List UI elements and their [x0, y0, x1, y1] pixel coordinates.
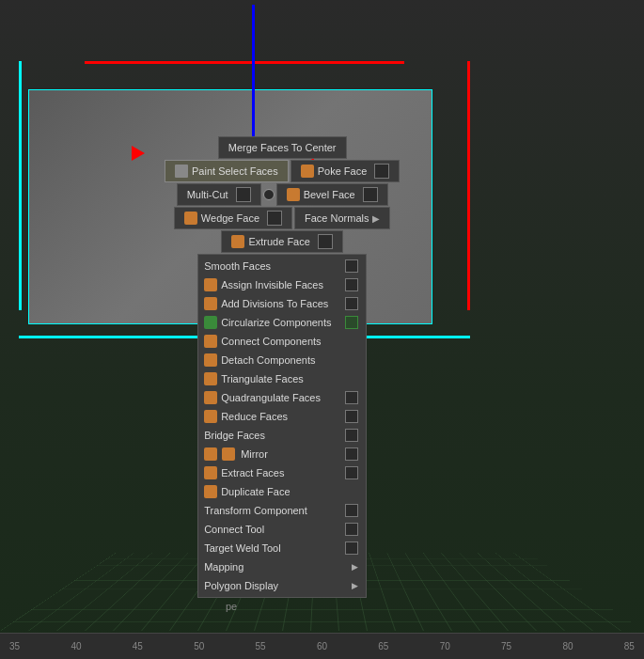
circularize-checkbox[interactable]	[345, 316, 358, 329]
mirror-item[interactable]: Mirror	[198, 445, 366, 463]
target-weld-tool-label: Target Weld Tool	[204, 542, 281, 554]
add-divisions-item[interactable]: Add Divisions To Faces	[198, 294, 366, 313]
y-axis	[252, 5, 255, 150]
quadrangulate-faces-item[interactable]: Quadrangulate Faces	[198, 388, 366, 407]
ruler-tick-75: 75	[501, 641, 511, 651]
reduce-faces-icon	[204, 410, 217, 423]
mapping-submenu-arrow: ▶	[352, 562, 358, 572]
poke-face-button[interactable]: Poke Face	[291, 160, 401, 182]
mirror-icon	[204, 447, 217, 461]
mirror-checkbox[interactable]	[345, 447, 358, 461]
paint-select-faces-button[interactable]: Paint Select Faces	[165, 160, 289, 182]
face-normals-button[interactable]: Face Normals ▶	[294, 207, 390, 229]
triangulate-icon	[204, 372, 217, 385]
circle-indicator	[263, 189, 275, 200]
reduce-faces-item[interactable]: Reduce Faces	[198, 407, 366, 426]
multi-cut-option-box[interactable]	[236, 187, 251, 202]
poke-icon	[301, 165, 314, 178]
circularize-label: Circularize Components	[221, 317, 331, 328]
merge-faces-row: Merge Faces To Center	[218, 136, 347, 159]
box-edge-top	[85, 61, 404, 64]
mapping-item[interactable]: Mapping ▶	[198, 557, 366, 576]
extrude-face-option-box[interactable]	[318, 234, 333, 249]
face-normals-submenu-arrow: ▶	[372, 213, 380, 224]
connect-components-item[interactable]: Connect Components	[198, 332, 366, 351]
paint-icon	[175, 165, 188, 178]
extract-faces-checkbox[interactable]	[345, 466, 358, 479]
add-divisions-checkbox[interactable]	[345, 297, 358, 310]
connect-tool-checkbox[interactable]	[345, 523, 358, 536]
wedge-normals-row: Wedge Face Face Normals ▶	[174, 207, 391, 229]
detach-components-label: Detach Components	[221, 354, 315, 366]
reduce-faces-label: Reduce Faces	[221, 411, 288, 422]
duplicate-face-item[interactable]: Duplicate Face	[198, 482, 366, 501]
connect-components-label: Connect Components	[221, 336, 321, 347]
connect-tool-item[interactable]: Connect Tool	[198, 520, 366, 539]
smooth-faces-label: Smooth Faces	[204, 260, 271, 272]
target-weld-tool-checkbox[interactable]	[345, 541, 358, 555]
context-menu: Merge Faces To Center Paint Select Faces…	[165, 136, 400, 598]
assign-invisible-faces-item[interactable]: Assign Invisible Faces	[198, 275, 366, 294]
merge-faces-button[interactable]: Merge Faces To Center	[218, 136, 347, 159]
detach-components-icon	[204, 353, 217, 367]
duplicate-face-icon	[204, 485, 217, 498]
bridge-faces-label: Bridge Faces	[204, 430, 265, 441]
ruler-tick-80: 80	[562, 641, 573, 651]
extract-faces-icon	[204, 466, 217, 479]
3d-viewport[interactable]: pe Merge Faces To Center Paint Select Fa…	[0, 0, 644, 659]
target-weld-tool-item[interactable]: Target Weld Tool	[198, 539, 366, 557]
polygon-display-item[interactable]: Polygon Display ▶	[198, 576, 366, 595]
smooth-faces-item[interactable]: Smooth Faces	[198, 257, 366, 275]
ruler-tick-40: 40	[71, 641, 81, 651]
bridge-faces-item[interactable]: Bridge Faces	[198, 426, 366, 445]
extrude-icon	[231, 235, 244, 248]
assign-invisible-label: Assign Invisible Faces	[221, 279, 323, 290]
wedge-face-option-box[interactable]	[267, 211, 282, 226]
extrude-row: Extrude Face	[221, 230, 342, 253]
polygon-display-label: Polygon Display	[204, 580, 278, 591]
extrude-face-button[interactable]: Extrude Face	[221, 230, 342, 253]
timeline-ruler: 35 40 45 50 55 60 65 70 75 80 85	[0, 633, 644, 659]
multi-cut-button[interactable]: Multi-Cut	[177, 183, 261, 206]
extract-faces-item[interactable]: Extract Faces	[198, 463, 366, 482]
ruler-tick-55: 55	[256, 641, 266, 651]
quadrangulate-checkbox[interactable]	[345, 391, 358, 404]
reduce-faces-checkbox[interactable]	[345, 410, 358, 423]
bevel-face-option-box[interactable]	[363, 187, 378, 202]
bevel-face-button[interactable]: Bevel Face	[276, 183, 388, 206]
triangulate-faces-item[interactable]: Triangulate Faces	[198, 369, 366, 388]
ruler-tick-50: 50	[194, 641, 204, 651]
ruler-tick-65: 65	[378, 641, 388, 651]
assign-invisible-checkbox[interactable]	[345, 278, 358, 291]
ruler-tick-35: 35	[9, 641, 20, 651]
quadrangulate-label: Quadrangulate Faces	[221, 392, 321, 403]
bevel-icon	[287, 188, 300, 201]
ruler-tick-85: 85	[624, 641, 635, 651]
bridge-faces-checkbox[interactable]	[345, 429, 358, 442]
detach-components-item[interactable]: Detach Components	[198, 351, 366, 369]
box-edge-left	[19, 61, 22, 310]
mirror-icon2	[222, 447, 235, 461]
quadrangulate-icon	[204, 391, 217, 404]
smooth-faces-checkbox[interactable]	[345, 259, 358, 273]
ruler-tick-60: 60	[317, 641, 327, 651]
multicut-bevel-row: Multi-Cut Bevel Face	[177, 183, 388, 206]
add-divisions-label: Add Divisions To Faces	[221, 298, 328, 309]
add-divisions-icon	[204, 297, 217, 310]
pe-indicator: pe	[226, 601, 237, 612]
wedge-icon	[184, 212, 197, 225]
duplicate-face-label: Duplicate Face	[221, 486, 290, 497]
ruler-tick-labels: 35 40 45 50 55 60 65 70 75 80 85	[9, 641, 635, 651]
transform-component-item[interactable]: Transform Component	[198, 501, 366, 520]
box-edge-right	[467, 61, 470, 310]
paint-poke-row: Paint Select Faces Poke Face	[165, 160, 400, 182]
ruler-tick-70: 70	[440, 641, 450, 651]
mapping-label: Mapping	[204, 561, 243, 573]
assign-invisible-icon	[204, 278, 217, 291]
dropdown-menu-panel: Smooth Faces Assign Invisible Faces	[197, 254, 367, 598]
wedge-face-button[interactable]: Wedge Face	[174, 207, 292, 229]
poke-face-option-box[interactable]	[374, 164, 389, 179]
circularize-icon	[204, 316, 217, 329]
transform-component-checkbox[interactable]	[345, 504, 358, 517]
circularize-item[interactable]: Circularize Components	[198, 313, 366, 332]
